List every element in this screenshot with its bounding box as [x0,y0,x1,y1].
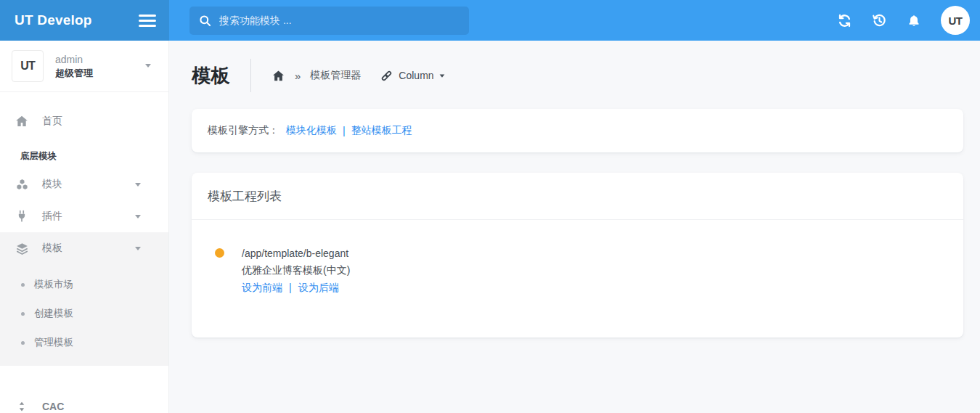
home-icon [14,113,30,129]
breadcrumb-separator: » [295,70,301,82]
sidebar-item-home[interactable]: 首页 [0,105,168,137]
bell-icon[interactable] [906,12,922,28]
link-separator: | [343,125,346,136]
topbar-main: UT [169,0,980,41]
sidebar: UT admin 超级管理 首页 底层模块 [0,41,169,413]
topbar: UT Develop [0,0,980,41]
user-role: 超级管理 [55,67,93,80]
search-box[interactable] [189,7,469,35]
whole-site-template-link[interactable]: 整站模板工程 [351,124,412,137]
sidebar-item-label: 模板 [42,242,135,255]
plug-icon [14,208,30,224]
sidebar-item-modules[interactable]: 模块 [0,168,168,200]
breadcrumb: » 模板管理器 [271,69,361,83]
hamburger-menu-icon[interactable] [139,9,156,33]
header-separator [250,59,251,92]
submenu-item-label: 创建模板 [34,307,73,320]
user-info: admin 超级管理 [55,53,93,79]
template-actions: 设为前端 | 设为后端 [242,280,350,295]
sidebar-section-label: 底层模块 [0,137,168,168]
sidebar-item-cac[interactable]: CAC [0,390,168,413]
page-title: 模板 [192,63,230,89]
breadcrumb-current: 模板管理器 [310,69,361,82]
page-header: 模板 » 模板管理器 [192,58,963,93]
sidebar-item-templates[interactable]: 模板 [0,232,168,264]
modular-template-link[interactable]: 模块化模板 [286,124,337,137]
action-separator: | [289,280,292,295]
bullet-icon [21,341,25,345]
template-description: 优雅企业博客模板(中文) [242,263,350,277]
layers-icon [14,240,30,256]
submenu-item-label: 模板市场 [34,278,73,291]
sidebar-item-label: 模块 [42,178,135,191]
app-logo: UT [12,50,44,82]
set-frontend-link[interactable]: 设为前端 [242,280,282,295]
templates-submenu: 模板市场 创建模板 管理模板 [0,264,168,366]
brand-area: UT Develop [0,0,169,41]
submenu-item-template-market[interactable]: 模板市场 [0,270,168,299]
engine-mode-card: 模板引擎方式： 模块化模板 | 整站模板工程 [192,109,963,152]
submenu-item-label: 管理模板 [34,336,73,349]
user-avatar[interactable]: UT [941,6,970,35]
column-dropdown-label: Column [399,70,433,81]
column-dropdown[interactable]: Column [380,69,444,83]
brand-title[interactable]: UT Develop [15,12,92,28]
user-panel[interactable]: UT admin 超级管理 [0,41,168,91]
set-backend-link[interactable]: 设为后端 [298,280,339,295]
bullet-icon [21,283,25,287]
user-name: admin [55,53,93,67]
cubes-icon [14,176,30,192]
submenu-item-create-template[interactable]: 创建模板 [0,299,168,328]
topbar-right: UT [836,6,970,35]
chevron-down-icon [135,247,141,250]
submenu-item-manage-template[interactable]: 管理模板 [0,328,168,357]
template-path: /app/template/b-elegant [242,246,350,261]
sidebar-item-plugins[interactable]: 插件 [0,200,168,232]
sort-icon [14,398,30,413]
breadcrumb-home-icon[interactable] [271,69,285,83]
sidebar-nav: 首页 底层模块 模块 [0,92,168,413]
search-input[interactable] [219,15,460,26]
status-dot-icon [215,248,224,258]
chevron-down-icon [135,183,141,187]
list-item: /app/template/b-elegant 优雅企业博客模板(中文) 设为前… [192,220,963,295]
chevron-down-icon [145,64,151,68]
bullet-icon [21,312,25,316]
link-icon [380,69,393,83]
sync-icon[interactable] [836,12,852,28]
history-icon[interactable] [871,12,887,28]
card-title: 模板工程列表 [192,173,963,219]
sidebar-item-label: 插件 [42,210,135,223]
engine-mode-label: 模板引擎方式： [208,124,279,137]
sidebar-item-label: CAC [42,401,157,412]
chevron-down-icon [135,215,141,218]
main-content: 模板 » 模板管理器 [169,41,980,413]
sidebar-gap [0,366,168,390]
app-window: UT Develop [0,0,980,413]
sidebar-item-label: 首页 [42,115,157,128]
search-icon [198,14,212,28]
chevron-down-icon [439,74,444,77]
template-project-list-card: 模板工程列表 /app/template/b-elegant 优雅企业博客模板(… [192,173,963,338]
